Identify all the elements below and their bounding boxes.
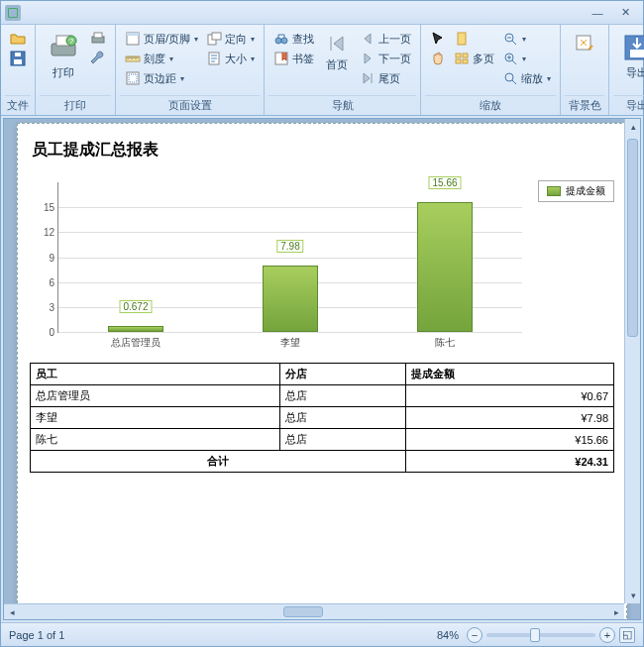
open-button[interactable] [7,29,29,49]
table-row: 总店管理员总店¥0.67 [31,385,614,407]
svg-rect-20 [458,33,466,45]
total-label: 合计 [31,451,406,473]
vertical-scrollbar[interactable]: ▴ ▾ [624,119,640,603]
page-size-icon [206,51,222,66]
zoom-fit-button[interactable]: ◱ [619,627,635,643]
hand-button[interactable] [427,49,449,68]
table-row: 李望总店¥7.98 [31,407,614,429]
svg-rect-8 [94,33,102,38]
ribbon: 文件 ? 打印 打印 页眉/页脚▾ 刻度▾ 页边距▾ [1,25,643,116]
next-page-button[interactable]: 下一页 [357,49,414,68]
bar-value-label: 7.98 [276,240,303,253]
horizontal-scrollbar[interactable]: ◂ ▸ [4,603,624,619]
prev-page-button[interactable]: 上一页 [357,29,414,49]
svg-rect-2 [15,53,21,56]
scroll-thumb[interactable] [283,606,323,617]
group-print: ? 打印 打印 [36,25,116,115]
single-page-button[interactable] [451,29,497,49]
arrow-right-icon [360,51,376,66]
chart-bar [108,326,163,332]
cell-emp: 李望 [31,407,280,429]
group-nav: 查找 书签 首页 上一页 下一页 尾页 导航 [265,25,421,115]
print-options-button[interactable] [87,49,109,68]
svg-rect-22 [463,54,468,57]
chevron-down-icon: ▾ [522,35,526,44]
group-zoom-label: 缩放 [425,95,556,115]
bar-value-label: 15.66 [428,176,461,189]
svg-rect-10 [127,33,139,36]
page-indicator: Page 1 of 1 [9,629,64,641]
scale-button[interactable]: 刻度▾ [122,49,201,68]
col-emp: 员工 [31,364,280,385]
orientation-button[interactable]: 定向▾ [203,29,258,49]
zoom-minus-button[interactable]: − [467,627,483,643]
cell-amount: ¥7.98 [405,407,613,429]
zoom-control: − + ◱ [467,627,635,643]
last-page-button[interactable]: 尾页 [357,68,414,88]
cell-amount: ¥0.67 [405,385,613,407]
minimize-button[interactable]: — [584,4,611,22]
group-nav-label: 导航 [268,95,416,115]
printer-small-icon [90,31,106,47]
scroll-down-icon[interactable]: ▾ [625,588,641,603]
document-viewport[interactable]: 员工提成汇总报表 036912150.672总店管理员7.98李望15.66陈七… [3,118,641,620]
chevron-down-icon: ▾ [251,35,255,44]
y-tick: 12 [37,227,54,238]
svg-point-17 [275,38,281,44]
zoom-in-button[interactable]: ▾ [499,49,554,68]
zoom-percent: 84% [437,629,459,641]
binoculars-icon [273,31,289,47]
zoom-button[interactable]: 缩放▾ [499,68,554,88]
svg-rect-1 [14,59,22,64]
chevron-down-icon: ▾ [169,54,173,63]
legend-label: 提成金额 [566,184,605,198]
zoom-plus-button[interactable]: + [599,627,615,643]
paint-bucket-icon [573,32,596,55]
cell-branch: 总店 [280,385,405,407]
magnifier-icon [502,70,518,86]
find-button[interactable]: 查找 [270,29,317,49]
wrench-icon [90,51,106,66]
x-tick: 李望 [280,336,300,350]
first-page-button[interactable]: 首页 [319,29,355,75]
scroll-right-icon[interactable]: ▸ [608,604,624,620]
bg-color-button[interactable] [567,29,602,58]
header-footer-icon [125,31,141,47]
size-button[interactable]: 大小▾ [203,49,258,68]
report-title: 员工提成汇总报表 [32,140,614,161]
svg-rect-15 [212,33,221,40]
arrow-left-icon [360,31,376,47]
zoom-slider[interactable] [486,633,595,637]
chart-legend: 提成金额 [538,180,614,202]
bookmark-icon [273,51,289,66]
bookmarks-button[interactable]: 书签 [270,49,317,68]
pointer-button[interactable] [427,29,449,49]
zoom-out-button[interactable]: ▾ [499,29,554,49]
many-pages-button[interactable]: 多页 [451,49,497,68]
export-button[interactable]: 导出 [615,29,644,83]
data-table: 员工 分店 提成金额 总店管理员总店¥0.67李望总店¥7.98陈七总店¥15.… [30,363,614,473]
scroll-up-icon[interactable]: ▴ [625,119,641,135]
y-tick: 9 [37,252,54,263]
print-button[interactable]: ? 打印 [42,29,85,83]
status-bar: Page 1 of 1 84% − + ◱ [1,622,643,646]
report-page: 员工提成汇总报表 036912150.672总店管理员7.98李望15.66陈七… [17,123,627,620]
chevron-down-icon: ▾ [194,35,198,44]
table-total-row: 合计 ¥24.31 [31,451,614,473]
group-page-setup: 页眉/页脚▾ 刻度▾ 页边距▾ 定向▾ 大小▾ 页面设置 [116,25,265,115]
group-export-label: 导出 [613,95,644,115]
quick-print-button[interactable] [87,29,109,49]
bar-chart: 036912150.672总店管理员7.98李望15.66陈七 [30,176,528,355]
margins-button[interactable]: 页边距▾ [122,68,201,88]
scroll-thumb[interactable] [627,139,638,337]
cell-branch: 总店 [280,429,405,451]
header-footer-button[interactable]: 页眉/页脚▾ [122,29,201,49]
table-row: 陈七总店¥15.66 [31,429,614,451]
scroll-left-icon[interactable]: ◂ [4,604,20,620]
orientation-icon [206,31,222,47]
zoom-slider-thumb[interactable] [530,628,540,642]
save-button[interactable] [7,49,29,68]
close-button[interactable]: ✕ [611,4,639,22]
chevron-down-icon: ▾ [522,54,526,63]
y-tick: 3 [37,301,54,312]
